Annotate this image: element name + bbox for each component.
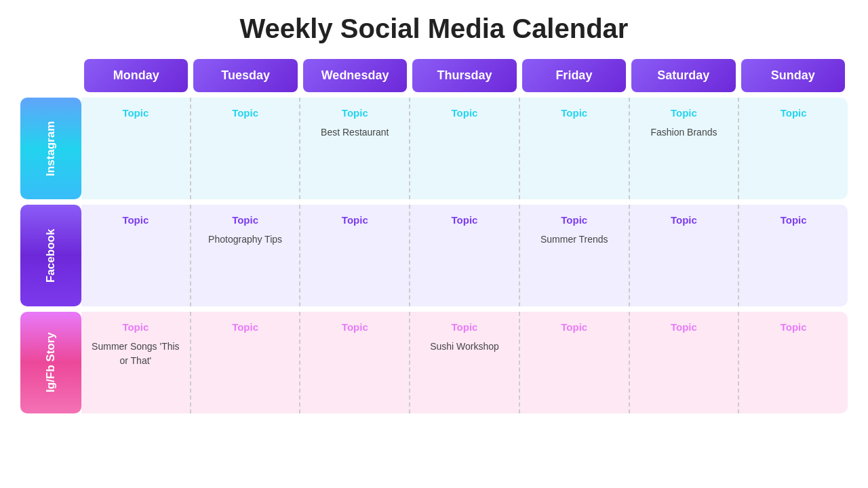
cell-topic-instagram-4: Topic <box>561 107 587 119</box>
cell-topic-igfb-0: Topic <box>122 321 149 333</box>
calendar-container: MondayTuesdayWednesdayThursdayFridaySatu… <box>20 59 848 413</box>
day-header-friday: Friday <box>522 59 626 92</box>
cell-instagram-0[interactable]: Topic <box>81 98 191 199</box>
cell-topic-facebook-4: Topic <box>561 214 587 226</box>
cell-topic-facebook-5: Topic <box>671 214 697 226</box>
cell-topic-facebook-3: Topic <box>452 214 478 226</box>
cell-igfb-1[interactable]: Topic <box>191 312 301 413</box>
cell-topic-facebook-6: Topic <box>781 214 807 226</box>
cell-topic-instagram-5: Topic <box>671 107 697 119</box>
day-header-sunday: Sunday <box>741 59 845 92</box>
day-header-monday: Monday <box>84 59 188 92</box>
cell-facebook-2[interactable]: Topic <box>300 205 410 306</box>
cell-topic-instagram-3: Topic <box>452 107 478 119</box>
cell-topic-igfb-6: Topic <box>781 321 807 333</box>
cell-facebook-1[interactable]: TopicPhotography Tips <box>191 205 301 306</box>
cell-instagram-1[interactable]: Topic <box>191 98 301 199</box>
cell-instagram-3[interactable]: Topic <box>410 98 520 199</box>
cell-instagram-2[interactable]: TopicBest Restaurant <box>300 98 410 199</box>
cell-content-facebook-1: Photography Tips <box>208 232 282 247</box>
section-content-instagram: TopicTopicTopicBest RestaurantTopicTopic… <box>81 98 848 199</box>
section-row-igfb: Ig/Fb StoryTopicSummer Songs 'This or Th… <box>20 312 848 413</box>
cell-content-instagram-5: Fashion Brands <box>650 125 717 140</box>
cell-topic-igfb-3: Topic <box>452 321 478 333</box>
header-row: MondayTuesdayWednesdayThursdayFridaySatu… <box>81 59 848 92</box>
section-label-facebook: Facebook <box>20 205 81 306</box>
cell-igfb-5[interactable]: Topic <box>630 312 740 413</box>
day-header-saturday: Saturday <box>631 59 735 92</box>
cell-topic-igfb-1: Topic <box>232 321 258 333</box>
cell-content-igfb-3: Sushi Workshop <box>430 340 499 354</box>
cell-topic-facebook-0: Topic <box>122 214 149 226</box>
cell-topic-instagram-0: Topic <box>122 107 149 119</box>
cell-facebook-3[interactable]: Topic <box>410 205 520 306</box>
day-header-wednesday: Wednesday <box>303 59 407 92</box>
cell-igfb-0[interactable]: TopicSummer Songs 'This or That' <box>81 312 191 413</box>
section-content-facebook: TopicTopicPhotography TipsTopicTopicTopi… <box>81 205 848 306</box>
section-content-igfb: TopicSummer Songs 'This or That'TopicTop… <box>81 312 848 413</box>
cell-igfb-2[interactable]: Topic <box>300 312 410 413</box>
cell-topic-instagram-2: Topic <box>342 107 368 119</box>
cell-topic-igfb-5: Topic <box>671 321 697 333</box>
page-title: Weekly Social Media Calendar <box>240 14 629 44</box>
section-row-facebook: FacebookTopicTopicPhotography TipsTopicT… <box>20 205 848 306</box>
page: Weekly Social Media Calendar MondayTuesd… <box>0 0 868 488</box>
cell-topic-instagram-6: Topic <box>781 107 807 119</box>
cell-instagram-5[interactable]: TopicFashion Brands <box>630 98 740 199</box>
section-label-igfb: Ig/Fb Story <box>20 312 81 413</box>
cell-content-facebook-4: Summer Trends <box>540 232 608 247</box>
cell-instagram-4[interactable]: Topic <box>520 98 630 199</box>
cell-igfb-3[interactable]: TopicSushi Workshop <box>410 312 520 413</box>
cell-topic-igfb-2: Topic <box>342 321 368 333</box>
cell-topic-igfb-4: Topic <box>561 321 587 333</box>
cell-content-instagram-2: Best Restaurant <box>321 125 389 140</box>
cell-content-igfb-0: Summer Songs 'This or That' <box>88 340 183 368</box>
cell-topic-instagram-1: Topic <box>232 107 258 119</box>
day-header-tuesday: Tuesday <box>193 59 297 92</box>
cell-topic-facebook-2: Topic <box>342 214 368 226</box>
day-header-thursday: Thursday <box>412 59 516 92</box>
section-row-instagram: InstagramTopicTopicTopicBest RestaurantT… <box>20 98 848 199</box>
cell-facebook-5[interactable]: Topic <box>630 205 740 306</box>
cell-instagram-6[interactable]: Topic <box>739 98 848 199</box>
cell-igfb-4[interactable]: Topic <box>520 312 630 413</box>
cell-igfb-6[interactable]: Topic <box>739 312 848 413</box>
cell-facebook-4[interactable]: TopicSummer Trends <box>520 205 630 306</box>
cell-facebook-6[interactable]: Topic <box>739 205 848 306</box>
cell-facebook-0[interactable]: Topic <box>81 205 191 306</box>
cell-topic-facebook-1: Topic <box>232 214 258 226</box>
section-label-instagram: Instagram <box>20 98 81 199</box>
